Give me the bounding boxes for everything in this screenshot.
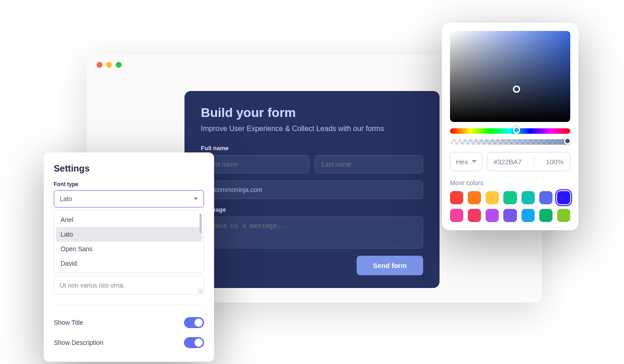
fullname-label: Full name — [201, 145, 423, 152]
form-title: Build your form — [201, 106, 423, 120]
hex-value: #322BA7 — [494, 158, 522, 166]
font-option-opensans[interactable]: Open Sans — [56, 242, 202, 256]
scrollbar[interactable] — [199, 213, 202, 233]
font-select[interactable]: Lato — [54, 190, 204, 207]
show-description-row: Show Description — [44, 333, 214, 353]
color-picker-panel: Hex #322BA7 100% More colors — [442, 23, 578, 230]
hue-slider[interactable] — [450, 128, 570, 134]
color-swatch[interactable] — [522, 191, 535, 204]
minimize-icon[interactable] — [106, 62, 112, 68]
divider — [54, 305, 204, 305]
send-form-button[interactable]: Send form — [357, 256, 423, 275]
font-dropdown: Ariel Lato Open Sans David — [54, 210, 204, 273]
swatch-grid — [450, 191, 570, 222]
close-icon[interactable] — [97, 62, 102, 68]
color-swatch[interactable] — [503, 209, 517, 222]
divider — [534, 157, 534, 166]
last-name-input[interactable] — [315, 155, 423, 173]
email-input[interactable] — [201, 181, 423, 199]
color-swatch[interactable] — [503, 191, 517, 204]
settings-panel: Settings Font type Lato Ariel Lato Open … — [44, 152, 214, 362]
show-description-toggle[interactable] — [184, 337, 204, 348]
color-swatch[interactable] — [557, 191, 570, 204]
show-title-row: Show Title — [44, 313, 214, 333]
color-swatch[interactable] — [539, 209, 552, 222]
color-mode-value: Hex — [456, 158, 468, 166]
preview-text: Ut non varius nisi urna. — [60, 282, 125, 289]
chevron-down-icon — [194, 197, 198, 200]
first-name-input[interactable] — [201, 155, 309, 173]
color-swatch[interactable] — [557, 209, 570, 222]
chevron-down-icon — [472, 160, 476, 163]
show-title-label: Show Title — [54, 319, 83, 326]
message-label: Message — [201, 206, 423, 213]
color-swatch[interactable] — [539, 191, 552, 204]
saturation-gradient[interactable] — [450, 31, 570, 122]
preview-textarea[interactable]: Ut non varius nisi urna. — [54, 276, 204, 295]
hex-input[interactable]: #322BA7 100% — [487, 152, 570, 171]
maximize-icon[interactable] — [116, 62, 122, 68]
font-select-value: Lato — [60, 195, 72, 202]
font-type-label: Font type — [54, 181, 204, 187]
message-textarea[interactable] — [201, 217, 423, 248]
resize-handle-icon[interactable] — [198, 288, 202, 293]
hue-thumb[interactable] — [513, 126, 520, 134]
settings-title: Settings — [44, 163, 214, 181]
alpha-slider[interactable] — [450, 139, 570, 145]
font-option-david[interactable]: David — [56, 256, 202, 271]
color-swatch[interactable] — [486, 191, 499, 204]
gradient-cursor[interactable] — [513, 86, 520, 93]
show-title-toggle[interactable] — [184, 317, 204, 328]
form-card: Build your form Improve User Experience … — [184, 91, 440, 288]
form-subtitle: Improve User Experience & Collect Leads … — [201, 125, 423, 133]
color-swatch[interactable] — [468, 191, 481, 204]
more-colors-label: More colors — [450, 179, 570, 187]
font-option-lato[interactable]: Lato — [56, 227, 202, 242]
color-swatch[interactable] — [522, 209, 535, 222]
color-swatch[interactable] — [450, 209, 463, 222]
color-mode-select[interactable]: Hex — [450, 152, 482, 171]
color-swatch[interactable] — [450, 191, 463, 204]
font-option-ariel[interactable]: Ariel — [56, 212, 202, 227]
show-description-label: Show Description — [54, 339, 103, 346]
color-swatch[interactable] — [468, 209, 481, 222]
alpha-thumb[interactable] — [564, 137, 571, 145]
opacity-value: 100% — [546, 158, 563, 166]
color-swatch[interactable] — [486, 209, 499, 222]
